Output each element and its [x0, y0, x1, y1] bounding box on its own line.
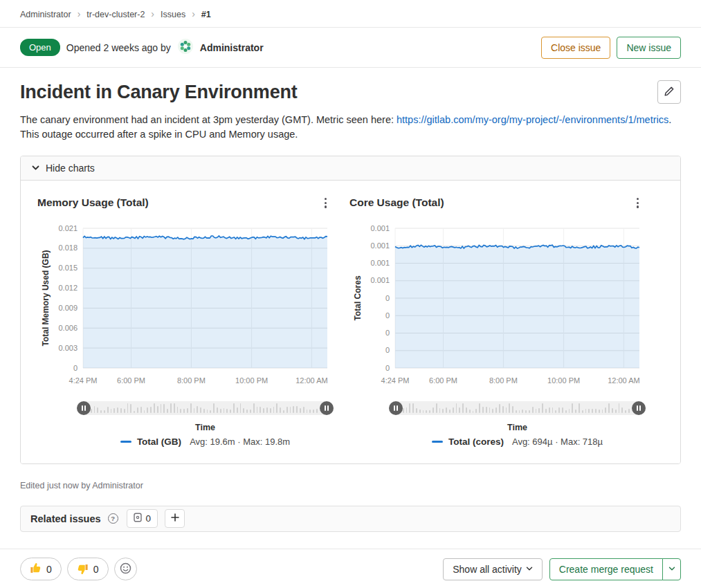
- scrubber-track[interactable]: [391, 401, 644, 415]
- issue-status-bar: Open Opened 2 weeks ago by Administrator…: [0, 28, 701, 68]
- chevron-right-icon: [192, 9, 195, 19]
- svg-text:0: 0: [385, 363, 390, 371]
- svg-text:0.015: 0.015: [58, 264, 78, 272]
- svg-text:0.009: 0.009: [58, 303, 78, 311]
- chart-legend: Total (cores) Avg: 694µ · Max: 718µ: [391, 437, 644, 447]
- chart-zoom-scrubber[interactable]: [79, 401, 331, 415]
- svg-text:0: 0: [385, 311, 390, 319]
- metrics-charts-card: Hide charts Memory Usage (Total) 0.0210.…: [20, 156, 681, 464]
- charts-body: Memory Usage (Total) 0.0210.0180.0150.01…: [21, 181, 680, 463]
- opened-meta-text: Opened 2 weeks ago by: [66, 42, 171, 53]
- chart-memory-usage: Memory Usage (Total) 0.0210.0180.0150.01…: [37, 192, 331, 447]
- help-icon[interactable]: ?: [108, 513, 118, 524]
- thumbs-down-count: 0: [93, 564, 99, 575]
- svg-text:10:00 PM: 10:00 PM: [547, 376, 580, 385]
- chevron-down-icon: [32, 165, 39, 171]
- breadcrumb: Administrator tr-dev-cluster-2 Issues #1: [0, 0, 701, 28]
- thumbs-down-button[interactable]: 0: [67, 558, 109, 580]
- chart-plot-area: 0.0010.0010.0010.001000004:24 PM6:00 PM8…: [349, 220, 644, 396]
- chart-plot-area: 0.0210.0180.0150.0120.0090.0060.00304:24…: [37, 220, 331, 396]
- description-text: The canary environment had an incident a…: [20, 114, 397, 125]
- add-emoji-button[interactable]: [114, 558, 137, 580]
- related-issues-count: 0: [146, 513, 152, 524]
- chevron-right-icon: [151, 9, 154, 19]
- related-issues-card: Related issues ? 0: [20, 506, 681, 532]
- metrics-link[interactable]: https://gitlab.com/my-org/my-project/-/e…: [397, 114, 668, 125]
- issue-title: Incident in Canary Environment: [20, 82, 298, 103]
- create-merge-request-split-button: Create merge request: [549, 558, 681, 580]
- scrubber-right-handle-icon[interactable]: [632, 401, 646, 415]
- scrubber-right-handle-icon[interactable]: [320, 401, 334, 415]
- issue-page: Administrator tr-dev-cluster-2 Issues #1…: [0, 0, 701, 588]
- chart-title: Core Usage (Total): [349, 196, 444, 209]
- chart-core-usage: Core Usage (Total) 0.0010.0010.0010.0010…: [349, 192, 644, 447]
- legend-stats: Avg: 19.6m · Max: 19.8m: [190, 437, 290, 447]
- create-merge-request-dropdown[interactable]: [662, 558, 681, 580]
- svg-text:Total Memory Used (GB): Total Memory Used (GB): [41, 250, 51, 346]
- legend-swatch: [432, 441, 443, 443]
- legend-stats: Avg: 694µ · Max: 718µ: [512, 437, 603, 447]
- svg-text:8:00 PM: 8:00 PM: [177, 376, 206, 385]
- scrubber-track[interactable]: [79, 401, 331, 415]
- plus-icon: [171, 513, 179, 524]
- scrubber-left-handle-icon[interactable]: [389, 401, 403, 415]
- create-merge-request-button[interactable]: Create merge request: [549, 558, 663, 580]
- svg-text:6:00 PM: 6:00 PM: [429, 376, 457, 385]
- author-name[interactable]: Administrator: [200, 42, 264, 53]
- svg-text:0.012: 0.012: [58, 284, 78, 292]
- breadcrumb-issues[interactable]: Issues: [161, 10, 185, 19]
- svg-text:0.001: 0.001: [370, 241, 390, 249]
- svg-text:0.006: 0.006: [58, 323, 78, 331]
- issues-count-icon: [134, 513, 142, 524]
- hide-charts-toggle[interactable]: Hide charts: [21, 156, 680, 181]
- thumbs-up-button[interactable]: 0: [20, 558, 62, 580]
- chart-menu-kebab-icon[interactable]: [320, 194, 331, 212]
- related-issues-count-badge: 0: [127, 509, 158, 528]
- chevron-down-icon: [668, 567, 675, 571]
- close-issue-button[interactable]: Close issue: [541, 37, 610, 59]
- x-axis-title: Time: [79, 423, 331, 432]
- svg-text:6:00 PM: 6:00 PM: [117, 376, 145, 385]
- svg-text:0.001: 0.001: [370, 259, 390, 267]
- chart-legend: Total (GB) Avg: 19.6m · Max: 19.8m: [79, 437, 331, 447]
- x-axis-title: Time: [391, 423, 644, 432]
- svg-text:0.001: 0.001: [370, 276, 390, 284]
- svg-text:4:24 PM: 4:24 PM: [69, 376, 98, 385]
- svg-text:0.003: 0.003: [58, 343, 78, 351]
- activity-filter-dropdown[interactable]: Show all activity: [443, 558, 543, 580]
- status-badge: Open: [20, 39, 60, 56]
- issue-description: The canary environment had an incident a…: [0, 113, 701, 142]
- breadcrumb-issue-number: #1: [201, 10, 211, 19]
- add-related-issue-button[interactable]: [165, 509, 185, 528]
- svg-text:0: 0: [385, 346, 390, 354]
- new-issue-button[interactable]: New issue: [617, 37, 681, 59]
- hide-charts-label: Hide charts: [46, 163, 95, 174]
- activity-filter-label: Show all activity: [453, 564, 522, 575]
- legend-label: Total (GB): [137, 437, 181, 447]
- svg-text:8:00 PM: 8:00 PM: [489, 376, 518, 385]
- chart-menu-kebab-icon[interactable]: [632, 194, 644, 212]
- legend-label: Total (cores): [448, 437, 504, 447]
- svg-text:0.021: 0.021: [58, 223, 78, 232]
- legend-swatch: [120, 441, 131, 443]
- breadcrumb-administrator[interactable]: Administrator: [20, 10, 71, 19]
- svg-text:12:00 AM: 12:00 AM: [608, 376, 639, 385]
- related-issues-label: Related issues: [30, 513, 101, 524]
- thumbs-up-icon: [30, 562, 42, 576]
- edit-title-button[interactable]: [657, 80, 681, 104]
- thumbs-down-icon: [77, 563, 89, 575]
- svg-text:4:24 PM: 4:24 PM: [381, 376, 410, 385]
- smiley-icon: [120, 562, 131, 576]
- edited-note: Edited just now by Administrator: [0, 481, 701, 490]
- svg-text:0: 0: [385, 293, 390, 302]
- svg-text:0: 0: [385, 329, 390, 337]
- breadcrumb-project[interactable]: tr-dev-cluster-2: [87, 10, 145, 19]
- svg-text:Total Cores: Total Cores: [353, 275, 363, 320]
- chart-zoom-scrubber[interactable]: [391, 401, 644, 415]
- svg-text:12:00 AM: 12:00 AM: [295, 376, 327, 385]
- chart-title: Memory Usage (Total): [37, 196, 149, 209]
- issue-footer-bar: 0 0: [0, 549, 701, 588]
- scrubber-left-handle-icon[interactable]: [77, 401, 91, 415]
- avatar[interactable]: [177, 38, 194, 57]
- svg-text:0: 0: [73, 363, 78, 371]
